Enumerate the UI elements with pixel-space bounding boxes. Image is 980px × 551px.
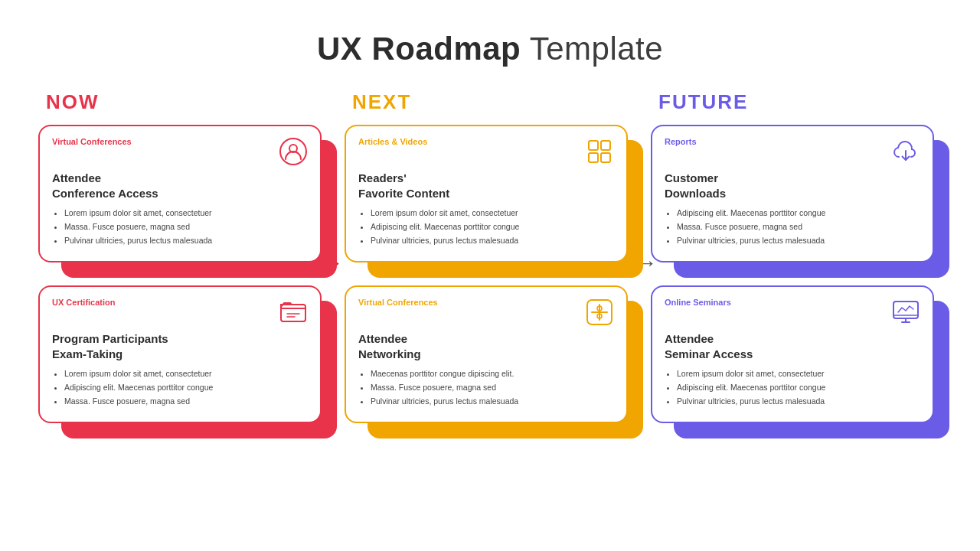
card-title-next-2: Attendee Networking (358, 331, 614, 361)
card-tag-next-2: Virtual Conferences (358, 298, 438, 307)
roadmap-columns: → → NOW Virtual Conferences (31, 90, 949, 431)
card-top-future-2: Online Seminars (665, 298, 920, 327)
list-item: Adipiscing elit. Maecenas porttitor cong… (371, 220, 614, 233)
list-item: Adipiscing elit. Maecenas porttitor cong… (64, 381, 308, 394)
card-top-next-2: Virtual Conferences (358, 298, 614, 327)
list-item: Maecenas porttitor congue dipiscing elit… (371, 367, 614, 380)
card-inner-future-1: Reports Customer Downloads (651, 125, 934, 262)
card-future-1: Reports Customer Downloads (651, 125, 942, 270)
column-future: FUTURE Reports (643, 90, 949, 431)
list-item: Massa. Fusce posuere, magna sed (64, 395, 308, 408)
column-header-future: FUTURE (643, 90, 748, 114)
card-title-now-1: Attendee Conference Access (52, 171, 308, 201)
card-title-future-1: Customer Downloads (665, 171, 920, 201)
list-item: Pulvinar ultricies, purus lectus malesua… (371, 234, 614, 247)
list-item: Adipiscing elit. Maecenas porttitor cong… (677, 381, 920, 394)
card-list-now-2: Lorem ipsum dolor sit amet, consectetuer… (52, 367, 308, 408)
svg-rect-4 (601, 141, 610, 150)
card-inner-future-2: Online Seminars Attendee (651, 285, 934, 423)
card-next-1: Articles & Videos Readers' Fav (345, 125, 635, 270)
cards-now: Virtual Conferences Attendee Conference … (31, 125, 337, 431)
column-header-next: NEXT (337, 90, 411, 114)
card-list-future-2: Lorem ipsum dolor sit amet, consectetuer… (665, 367, 920, 408)
card-inner-now-1: Virtual Conferences Attendee Conference … (38, 125, 322, 262)
card-now-2: UX Certification Program Participants (38, 285, 329, 431)
card-tag-now-2: UX Certification (52, 298, 116, 307)
list-item: Lorem ipsum dolor sit amet, consectetuer (64, 367, 308, 380)
svg-rect-6 (601, 153, 610, 162)
grid-icon (585, 137, 614, 166)
card-list-now-1: Lorem ipsum dolor sit amet, consectetuer… (52, 207, 308, 247)
card-title-now-2: Program Participants Exam-Taking (52, 331, 308, 361)
list-item: Pulvinar ultricies, purus lectus malesua… (677, 234, 920, 247)
user-icon (279, 137, 308, 166)
list-item: Pulvinar ultricies, purus lectus malesua… (677, 395, 920, 408)
card-top-now-2: UX Certification (52, 298, 308, 327)
card-now-1: Virtual Conferences Attendee Conference … (38, 125, 329, 270)
list-item: Lorem ipsum dolor sit amet, consectetuer (677, 367, 920, 380)
list-item: Massa. Fusce posuere, magna sed (371, 381, 614, 394)
card-next-2: Virtual Conferences Atten (345, 285, 635, 431)
card-tag-next-1: Articles & Videos (358, 137, 427, 146)
column-now: NOW Virtual Conferences (31, 90, 337, 431)
cards-future: Reports Customer Downloads (643, 125, 949, 431)
svg-rect-2 (281, 305, 305, 321)
cloud-download-icon (891, 137, 920, 166)
card-inner-next-2: Virtual Conferences Atten (345, 285, 628, 423)
card-tag-future-1: Reports (665, 137, 697, 146)
svg-rect-5 (589, 153, 598, 162)
list-item: Pulvinar ultricies, purus lectus malesua… (371, 395, 614, 408)
monitor-icon (891, 298, 920, 327)
list-item: Pulvinar ultricies, purus lectus malesua… (64, 234, 308, 247)
sliders-icon (585, 298, 614, 327)
page-title: UX Roadmap Template (317, 31, 663, 67)
list-item: Massa. Fusce posuere, magna sed (64, 220, 308, 233)
card-list-future-1: Adipiscing elit. Maecenas porttitor cong… (665, 207, 920, 247)
card-tag-future-2: Online Seminars (665, 298, 731, 307)
card-list-next-2: Maecenas porttitor congue dipiscing elit… (358, 367, 614, 408)
card-inner-next-1: Articles & Videos Readers' Fav (345, 125, 628, 262)
card-future-2: Online Seminars Attendee (651, 285, 942, 431)
card-inner-now-2: UX Certification Program Participants (38, 285, 322, 423)
card-title-next-1: Readers' Favorite Content (358, 171, 614, 201)
svg-rect-3 (589, 141, 598, 150)
list-item: Lorem ipsum dolor sit amet, consectetuer (371, 207, 614, 220)
cards-next: Articles & Videos Readers' Fav (337, 125, 643, 431)
card-top-next-1: Articles & Videos (358, 137, 614, 166)
card-title-future-2: Attendee Seminar Access (665, 331, 920, 361)
card-top-future-1: Reports (665, 137, 920, 166)
folder-icon (279, 298, 308, 327)
column-next: NEXT Articles & Videos (337, 90, 643, 431)
list-item: Lorem ipsum dolor sit amet, consectetuer (64, 207, 308, 220)
card-tag-now-1: Virtual Conferences (52, 137, 132, 146)
card-list-next-1: Lorem ipsum dolor sit amet, consectetuer… (358, 207, 614, 247)
list-item: Massa. Fusce posuere, magna sed (677, 220, 920, 233)
card-top-now-1: Virtual Conferences (52, 137, 308, 166)
list-item: Adipiscing elit. Maecenas porttitor cong… (677, 207, 920, 220)
column-header-now: NOW (31, 90, 100, 114)
